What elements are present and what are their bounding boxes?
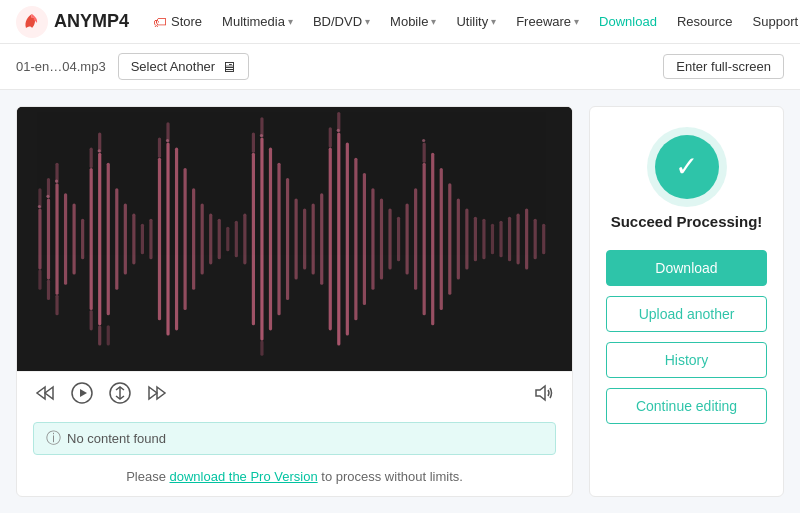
svg-rect-32 [184, 168, 187, 310]
logo-icon [16, 6, 48, 38]
nav-item-store[interactable]: 🏷 Store [143, 0, 212, 44]
svg-rect-4 [38, 269, 41, 289]
download-button[interactable]: Download [606, 250, 767, 286]
svg-rect-72 [474, 217, 477, 262]
svg-rect-27 [158, 158, 161, 320]
toolbar-left: 01-en…04.mp3 Select Another 🖥 [16, 53, 249, 80]
svg-rect-61 [388, 209, 391, 270]
svg-rect-77 [517, 214, 520, 265]
svg-rect-76 [508, 217, 511, 262]
nav-item-bddvd[interactable]: BD/DVD ▾ [303, 0, 380, 44]
player-controls [17, 371, 572, 414]
svg-rect-17 [98, 153, 101, 326]
svg-rect-51 [320, 193, 323, 284]
svg-rect-24 [132, 214, 135, 265]
svg-rect-65 [423, 163, 426, 315]
svg-point-83 [55, 180, 58, 183]
svg-point-82 [46, 195, 49, 198]
svg-rect-69 [448, 183, 451, 295]
waveform-svg [17, 107, 572, 371]
svg-rect-67 [431, 153, 434, 326]
chevron-icon: ▾ [491, 16, 496, 27]
svg-rect-52 [329, 148, 332, 331]
nav-item-download[interactable]: Download [589, 0, 667, 44]
nav-item-freeware[interactable]: Freeware ▾ [506, 0, 589, 44]
brand-name: ANYMP4 [54, 11, 129, 32]
svg-rect-47 [286, 178, 289, 300]
svg-rect-57 [354, 158, 357, 320]
svg-rect-37 [226, 227, 229, 251]
svg-rect-14 [90, 168, 93, 310]
svg-rect-54 [337, 132, 340, 345]
svg-rect-13 [81, 219, 84, 260]
toolbar: 01-en…04.mp3 Select Another 🖥 Enter full… [0, 44, 800, 90]
play-button[interactable] [69, 380, 95, 406]
checkmark-icon: ✓ [675, 153, 698, 181]
svg-rect-16 [90, 310, 93, 330]
nav-item-utility[interactable]: Utility ▾ [446, 0, 506, 44]
success-text: Succeed Processing! [611, 213, 763, 230]
player-panel: ⓘ No content found Please download the P… [16, 106, 573, 497]
nav-item-mobile[interactable]: Mobile ▾ [380, 0, 446, 44]
volume-button[interactable] [530, 380, 556, 406]
fastforward-button[interactable] [145, 381, 169, 405]
svg-rect-8 [55, 183, 58, 295]
pro-version-link[interactable]: download the Pro Version [170, 469, 318, 484]
svg-rect-11 [64, 193, 67, 284]
chevron-icon: ▾ [574, 16, 579, 27]
rewind-button[interactable] [33, 381, 57, 405]
svg-rect-60 [380, 198, 383, 279]
svg-rect-21 [107, 325, 110, 345]
svg-rect-53 [329, 127, 332, 147]
chevron-icon: ▾ [288, 16, 293, 27]
svg-rect-48 [295, 198, 298, 279]
svg-rect-31 [175, 148, 178, 331]
svg-rect-64 [414, 188, 417, 290]
svg-point-85 [166, 139, 169, 142]
svg-rect-49 [303, 209, 306, 270]
svg-point-81 [38, 205, 41, 208]
file-name: 01-en…04.mp3 [16, 59, 106, 74]
history-button[interactable]: History [606, 342, 767, 378]
svg-rect-80 [542, 224, 545, 254]
svg-point-86 [260, 134, 263, 137]
logo[interactable]: ANYMP4 [16, 6, 129, 38]
svg-rect-39 [243, 214, 246, 265]
svg-rect-74 [491, 224, 494, 254]
svg-rect-42 [260, 137, 263, 340]
svg-rect-56 [346, 143, 349, 336]
nav-item-multimedia[interactable]: Multimedia ▾ [212, 0, 303, 44]
main-content: ⓘ No content found Please download the P… [0, 90, 800, 513]
svg-marker-97 [536, 386, 545, 400]
fastforward-icon [147, 383, 167, 403]
volume-icon [532, 382, 554, 404]
rewind-icon [35, 383, 55, 403]
svg-rect-50 [312, 203, 315, 274]
fullscreen-button[interactable]: Enter full-screen [663, 54, 784, 79]
waveform-container [17, 107, 572, 371]
svg-marker-95 [149, 387, 157, 399]
svg-rect-73 [482, 219, 485, 260]
svg-rect-33 [192, 188, 195, 290]
monitor-icon: 🖥 [221, 58, 236, 75]
navbar: ANYMP4 🏷 Store Multimedia ▾ BD/DVD ▾ Mob… [0, 0, 800, 44]
svg-rect-66 [423, 143, 426, 163]
nav-item-resource[interactable]: Resource [667, 0, 743, 44]
svg-rect-15 [90, 148, 93, 168]
svg-rect-28 [158, 137, 161, 157]
loop-button[interactable] [107, 380, 133, 406]
svg-rect-62 [397, 217, 400, 262]
svg-rect-70 [457, 198, 460, 279]
svg-rect-35 [209, 214, 212, 265]
svg-rect-40 [252, 153, 255, 326]
select-another-button[interactable]: Select Another 🖥 [118, 53, 250, 80]
upload-another-button[interactable]: Upload another [606, 296, 767, 332]
no-content-bar: ⓘ No content found [33, 422, 556, 455]
store-icon: 🏷 [153, 14, 167, 30]
nav-item-support[interactable]: Support [743, 0, 800, 44]
svg-rect-5 [47, 198, 50, 279]
play-icon [71, 382, 93, 404]
continue-editing-button[interactable]: Continue editing [606, 388, 767, 424]
success-circle: ✓ [655, 135, 719, 199]
svg-rect-7 [47, 280, 50, 300]
